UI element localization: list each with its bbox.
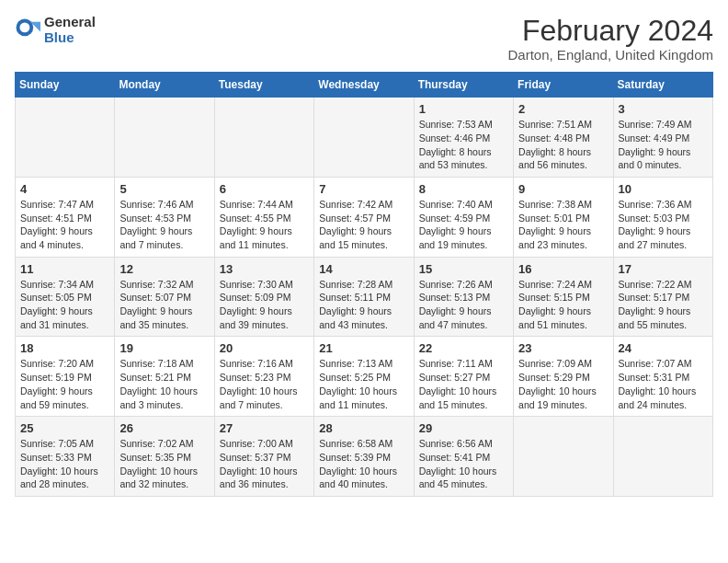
- day-cell: 26Sunrise: 7:02 AM Sunset: 5:35 PM Dayli…: [115, 417, 214, 497]
- day-cell: 18Sunrise: 7:20 AM Sunset: 5:19 PM Dayli…: [16, 337, 115, 417]
- day-cell: [214, 98, 313, 178]
- day-cell: 11Sunrise: 7:34 AM Sunset: 5:05 PM Dayli…: [16, 257, 115, 337]
- day-info: Sunrise: 7:26 AM Sunset: 5:13 PM Dayligh…: [419, 278, 508, 332]
- day-number: 3: [619, 102, 708, 116]
- day-cell: [514, 417, 613, 497]
- day-info: Sunrise: 7:49 AM Sunset: 4:49 PM Dayligh…: [619, 118, 708, 172]
- day-cell: 17Sunrise: 7:22 AM Sunset: 5:17 PM Dayli…: [613, 257, 712, 337]
- day-cell: 19Sunrise: 7:18 AM Sunset: 5:21 PM Dayli…: [115, 337, 214, 417]
- day-info: Sunrise: 7:13 AM Sunset: 5:25 PM Dayligh…: [319, 357, 408, 411]
- day-cell: [115, 98, 214, 178]
- day-cell: [314, 98, 414, 178]
- day-number: 8: [419, 182, 508, 196]
- day-header-tuesday: Tuesday: [214, 73, 313, 98]
- day-number: 15: [419, 262, 508, 276]
- day-cell: 20Sunrise: 7:16 AM Sunset: 5:23 PM Dayli…: [214, 337, 313, 417]
- day-cell: 15Sunrise: 7:26 AM Sunset: 5:13 PM Dayli…: [414, 257, 513, 337]
- day-info: Sunrise: 7:28 AM Sunset: 5:11 PM Dayligh…: [319, 278, 408, 332]
- week-row-3: 11Sunrise: 7:34 AM Sunset: 5:05 PM Dayli…: [16, 257, 713, 337]
- day-info: Sunrise: 7:42 AM Sunset: 4:57 PM Dayligh…: [319, 198, 408, 252]
- logo: General Blue: [15, 15, 96, 45]
- day-cell: 14Sunrise: 7:28 AM Sunset: 5:11 PM Dayli…: [314, 257, 414, 337]
- day-info: Sunrise: 7:00 AM Sunset: 5:37 PM Dayligh…: [220, 437, 309, 491]
- header: General Blue February 2024 Darton, Engla…: [15, 15, 713, 63]
- day-number: 14: [319, 262, 408, 276]
- day-number: 10: [619, 182, 708, 196]
- day-info: Sunrise: 7:24 AM Sunset: 5:15 PM Dayligh…: [518, 278, 608, 332]
- day-info: Sunrise: 7:11 AM Sunset: 5:27 PM Dayligh…: [419, 357, 508, 411]
- day-info: Sunrise: 7:05 AM Sunset: 5:33 PM Dayligh…: [20, 437, 109, 491]
- day-number: 5: [119, 182, 209, 196]
- day-info: Sunrise: 7:51 AM Sunset: 4:48 PM Dayligh…: [518, 118, 608, 172]
- day-info: Sunrise: 7:09 AM Sunset: 5:29 PM Dayligh…: [518, 357, 608, 411]
- day-info: Sunrise: 7:40 AM Sunset: 4:59 PM Dayligh…: [419, 198, 508, 252]
- header-row: SundayMondayTuesdayWednesdayThursdayFrid…: [16, 73, 713, 98]
- day-number: 1: [419, 102, 508, 116]
- day-info: Sunrise: 7:30 AM Sunset: 5:09 PM Dayligh…: [220, 278, 309, 332]
- day-number: 6: [220, 182, 309, 196]
- day-cell: 7Sunrise: 7:42 AM Sunset: 4:57 PM Daylig…: [314, 177, 414, 257]
- title-area: February 2024 Darton, England, United Ki…: [508, 15, 713, 63]
- day-info: Sunrise: 6:56 AM Sunset: 5:41 PM Dayligh…: [419, 437, 508, 491]
- day-number: 22: [419, 341, 508, 355]
- day-info: Sunrise: 7:07 AM Sunset: 5:31 PM Dayligh…: [619, 357, 708, 411]
- logo-general: General: [44, 15, 96, 30]
- day-cell: 12Sunrise: 7:32 AM Sunset: 5:07 PM Dayli…: [115, 257, 214, 337]
- day-cell: 24Sunrise: 7:07 AM Sunset: 5:31 PM Dayli…: [613, 337, 712, 417]
- day-number: 21: [319, 341, 408, 355]
- day-info: Sunrise: 7:38 AM Sunset: 5:01 PM Dayligh…: [518, 198, 608, 252]
- day-cell: 6Sunrise: 7:44 AM Sunset: 4:55 PM Daylig…: [214, 177, 313, 257]
- calendar-table: SundayMondayTuesdayWednesdayThursdayFrid…: [15, 72, 713, 497]
- month-title: February 2024: [508, 15, 713, 47]
- day-cell: 13Sunrise: 7:30 AM Sunset: 5:09 PM Dayli…: [214, 257, 313, 337]
- day-cell: 2Sunrise: 7:51 AM Sunset: 4:48 PM Daylig…: [514, 98, 613, 178]
- day-number: 27: [220, 421, 309, 435]
- day-cell: [16, 98, 115, 178]
- day-cell: 23Sunrise: 7:09 AM Sunset: 5:29 PM Dayli…: [514, 337, 613, 417]
- day-number: 28: [319, 421, 408, 435]
- day-info: Sunrise: 7:32 AM Sunset: 5:07 PM Dayligh…: [119, 278, 209, 332]
- day-info: Sunrise: 7:46 AM Sunset: 4:53 PM Dayligh…: [119, 198, 209, 252]
- day-number: 25: [20, 421, 109, 435]
- day-info: Sunrise: 7:47 AM Sunset: 4:51 PM Dayligh…: [20, 198, 109, 252]
- day-cell: 3Sunrise: 7:49 AM Sunset: 4:49 PM Daylig…: [613, 98, 712, 178]
- day-number: 11: [20, 262, 109, 276]
- day-cell: 21Sunrise: 7:13 AM Sunset: 5:25 PM Dayli…: [314, 337, 414, 417]
- week-row-1: 1Sunrise: 7:53 AM Sunset: 4:46 PM Daylig…: [16, 98, 713, 178]
- day-info: Sunrise: 7:22 AM Sunset: 5:17 PM Dayligh…: [619, 278, 708, 332]
- day-number: 17: [619, 262, 708, 276]
- day-header-friday: Friday: [514, 73, 613, 98]
- day-cell: 1Sunrise: 7:53 AM Sunset: 4:46 PM Daylig…: [414, 98, 513, 178]
- logo-blue: Blue: [44, 30, 96, 46]
- day-info: Sunrise: 7:16 AM Sunset: 5:23 PM Dayligh…: [220, 357, 309, 411]
- day-number: 7: [319, 182, 408, 196]
- day-info: Sunrise: 7:02 AM Sunset: 5:35 PM Dayligh…: [119, 437, 209, 491]
- logo-text: General Blue: [44, 15, 96, 45]
- day-cell: 27Sunrise: 7:00 AM Sunset: 5:37 PM Dayli…: [214, 417, 313, 497]
- day-header-saturday: Saturday: [613, 73, 712, 98]
- day-info: Sunrise: 7:18 AM Sunset: 5:21 PM Dayligh…: [119, 357, 209, 411]
- day-cell: 28Sunrise: 6:58 AM Sunset: 5:39 PM Dayli…: [314, 417, 414, 497]
- day-cell: 22Sunrise: 7:11 AM Sunset: 5:27 PM Dayli…: [414, 337, 513, 417]
- week-row-4: 18Sunrise: 7:20 AM Sunset: 5:19 PM Dayli…: [16, 337, 713, 417]
- day-cell: 9Sunrise: 7:38 AM Sunset: 5:01 PM Daylig…: [514, 177, 613, 257]
- day-info: Sunrise: 7:36 AM Sunset: 5:03 PM Dayligh…: [619, 198, 708, 252]
- day-cell: 16Sunrise: 7:24 AM Sunset: 5:15 PM Dayli…: [514, 257, 613, 337]
- week-row-5: 25Sunrise: 7:05 AM Sunset: 5:33 PM Dayli…: [16, 417, 713, 497]
- day-info: Sunrise: 7:20 AM Sunset: 5:19 PM Dayligh…: [20, 357, 109, 411]
- location: Darton, England, United Kingdom: [508, 47, 713, 63]
- day-info: Sunrise: 7:44 AM Sunset: 4:55 PM Dayligh…: [220, 198, 309, 252]
- day-cell: 25Sunrise: 7:05 AM Sunset: 5:33 PM Dayli…: [16, 417, 115, 497]
- svg-point-1: [19, 22, 29, 32]
- day-number: 18: [20, 341, 109, 355]
- day-number: 16: [518, 262, 608, 276]
- day-header-sunday: Sunday: [16, 73, 115, 98]
- day-cell: 29Sunrise: 6:56 AM Sunset: 5:41 PM Dayli…: [414, 417, 513, 497]
- day-number: 4: [20, 182, 109, 196]
- day-cell: 5Sunrise: 7:46 AM Sunset: 4:53 PM Daylig…: [115, 177, 214, 257]
- day-number: 23: [518, 341, 608, 355]
- day-number: 20: [220, 341, 309, 355]
- logo-icon: [15, 17, 40, 43]
- day-info: Sunrise: 7:53 AM Sunset: 4:46 PM Dayligh…: [419, 118, 508, 172]
- day-header-thursday: Thursday: [414, 73, 513, 98]
